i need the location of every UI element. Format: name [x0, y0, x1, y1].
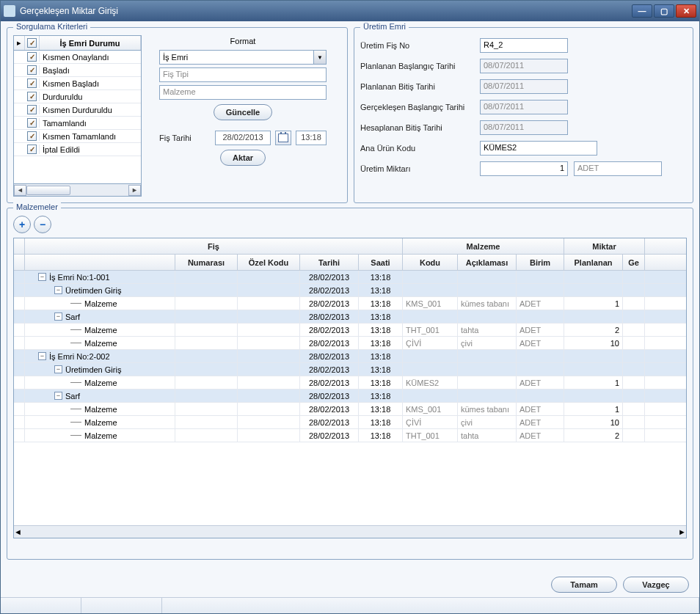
table-row[interactable]: −Üretimden Giriş28/02/201313:18	[14, 284, 686, 297]
close-button[interactable]: ✕	[676, 4, 696, 18]
status-hscroll[interactable]: ◄ ►	[13, 184, 142, 197]
miktar-input[interactable]: 1	[480, 161, 568, 176]
chevron-down-icon: ▼	[313, 51, 326, 64]
scroll-right-icon[interactable]: ►	[128, 185, 141, 196]
col-ge[interactable]: Ge	[623, 255, 645, 270]
minimize-button[interactable]: —	[632, 4, 652, 18]
tree-label: Malzeme	[84, 379, 117, 387]
grid-scroll-left-icon[interactable]: ◄	[14, 527, 22, 536]
table-row[interactable]: −Sarf28/02/201313:18	[14, 390, 686, 403]
table-row[interactable]: −Sarf28/02/201313:18	[14, 310, 686, 324]
status-row[interactable]: ✓Kısmen Onaylandı	[14, 51, 141, 64]
grid-scroll-right-icon[interactable]: ►	[678, 527, 686, 536]
table-row[interactable]: −İş Emri No:1-00128/02/201313:18	[14, 271, 686, 284]
table-row[interactable]: Malzeme28/02/201313:18THT_001tahtaADET2	[14, 429, 686, 442]
malzeme-input[interactable]: Malzeme	[159, 85, 327, 100]
table-row[interactable]: Malzeme28/02/201313:18KMS_001kümes taban…	[14, 297, 686, 310]
status-label: Başladı	[40, 66, 141, 75]
check-icon[interactable]: ✓	[27, 52, 37, 62]
tree-label: Üretimden Giriş	[65, 365, 121, 374]
expand-icon[interactable]: −	[38, 352, 46, 360]
materials-legend: Malzemeler	[13, 202, 61, 211]
miktar-label: Üretim Miktarı	[360, 164, 474, 173]
check-icon[interactable]: ✓	[27, 92, 37, 101]
status-list-panel: ▸ ✓ İş Emri Durumu ✓Kısmen Onaylandı✓Baş…	[13, 35, 142, 197]
status-label: İptal Edildi	[40, 145, 141, 154]
vazgec-button[interactable]: Vazgeç	[623, 577, 689, 593]
tree-label: Malzeme	[84, 339, 117, 348]
check-icon[interactable]: ✓	[27, 105, 37, 114]
expand-icon[interactable]: −	[54, 365, 62, 373]
remove-row-button[interactable]: −	[34, 216, 51, 233]
grid-hscroll[interactable]: ◄ ►	[14, 525, 686, 538]
check-icon[interactable]: ✓	[27, 118, 37, 128]
grid-stub-header	[14, 238, 25, 254]
tree-label: İş Emri No:1-001	[49, 273, 110, 282]
tamam-button[interactable]: Tamam	[551, 577, 617, 593]
group-miktar-header[interactable]: Miktar	[564, 238, 645, 254]
window-title: Gerçekleşen Miktar Girişi	[20, 6, 632, 16]
check-all-header[interactable]: ✓	[25, 36, 40, 50]
guncelle-button[interactable]: Güncelle	[214, 104, 272, 120]
status-row[interactable]: ✓Başladı	[14, 64, 141, 77]
materials-grid: Fiş Malzeme Miktar Numarası Özel Kodu Ta…	[13, 238, 687, 538]
format-select[interactable]: İş Emri ▼	[159, 50, 327, 65]
table-row[interactable]: −İş Emri No:2-00228/02/201313:18	[14, 350, 686, 363]
table-row[interactable]: Malzeme28/02/201313:18KMS_001kümes taban…	[14, 403, 686, 416]
table-row[interactable]: Malzeme28/02/201313:18THT_001tahtaADET2	[14, 324, 686, 337]
row-selector-header[interactable]: ▸	[14, 36, 25, 50]
gerbas-input: 08/07/2011	[480, 100, 568, 114]
miktar-unit: ADET	[574, 161, 662, 176]
status-row[interactable]: ✓İptal Edildi	[14, 143, 141, 156]
col-kodu[interactable]: Kodu	[403, 255, 458, 270]
production-order-group: Üretim Emri Üretim Fiş NoR4_2 Planlanan …	[354, 27, 693, 203]
tree-label: Malzeme	[84, 405, 117, 414]
calendar-button[interactable]	[275, 131, 291, 145]
status-row[interactable]: ✓Kısmen Başladı	[14, 77, 141, 90]
fis-tarihi-input[interactable]: 28/02/2013	[215, 131, 271, 145]
check-icon[interactable]: ✓	[27, 145, 37, 154]
aktar-button[interactable]: Aktar	[220, 150, 266, 166]
query-criteria-legend: Sorgulama Kriterleri	[13, 22, 90, 31]
col-aciklama[interactable]: Açıklaması	[458, 255, 517, 270]
check-icon[interactable]: ✓	[27, 65, 37, 75]
tree-label: İş Emri No:2-002	[49, 352, 110, 361]
check-icon[interactable]: ✓	[27, 78, 37, 88]
group-fis-header[interactable]: Fiş	[25, 238, 403, 254]
tree-label: Malzeme	[84, 418, 117, 427]
status-row[interactable]: ✓Durduruldu	[14, 90, 141, 103]
maximize-button[interactable]: ▢	[654, 4, 674, 18]
titlebar[interactable]: Gerçekleşen Miktar Girişi — ▢ ✕	[1, 1, 699, 21]
table-row[interactable]: Malzeme28/02/201313:18KÜMES2ADET1	[14, 376, 686, 390]
anakod-input[interactable]: KÜMES2	[480, 141, 597, 156]
col-birim[interactable]: Birim	[517, 255, 564, 270]
status-header-label[interactable]: İş Emri Durumu	[40, 36, 141, 50]
expand-icon[interactable]: −	[54, 392, 62, 400]
fis-saat-input[interactable]: 13:18	[296, 131, 327, 145]
col-planlanan[interactable]: Planlanan	[564, 255, 623, 270]
group-malzeme-header[interactable]: Malzeme	[403, 238, 564, 254]
col-ozel[interactable]: Özel Kodu	[238, 255, 300, 270]
table-row[interactable]: −Üretimden Giriş28/02/201313:18	[14, 363, 686, 376]
status-row[interactable]: ✓Kısmen Durduruldu	[14, 103, 141, 117]
fisno-input[interactable]: R4_2	[480, 38, 568, 53]
col-saat[interactable]: Saati	[359, 255, 403, 270]
table-row[interactable]: Malzeme28/02/201313:18ÇİVİçiviADET10	[14, 416, 686, 429]
scroll-thumb[interactable]	[26, 186, 70, 195]
status-row[interactable]: ✓Kısmen Tamamlandı	[14, 130, 141, 143]
format-label: Format	[230, 37, 256, 45]
expand-icon[interactable]: −	[54, 313, 62, 321]
status-list-header: ▸ ✓ İş Emri Durumu	[14, 36, 141, 51]
status-row[interactable]: ✓Tamamlandı	[14, 117, 141, 130]
tree-label: Sarf	[65, 392, 80, 401]
add-row-button[interactable]: +	[13, 216, 31, 233]
production-order-legend: Üretim Emri	[360, 22, 409, 31]
expand-icon[interactable]: −	[38, 273, 46, 281]
scroll-left-icon[interactable]: ◄	[14, 185, 26, 196]
col-tarih[interactable]: Tarihi	[300, 255, 359, 270]
col-numarasi[interactable]: Numarası	[175, 255, 238, 270]
check-icon[interactable]: ✓	[27, 131, 37, 141]
expand-icon[interactable]: −	[54, 286, 62, 294]
fis-tipi-input[interactable]: Fiş Tipi	[159, 67, 327, 82]
table-row[interactable]: Malzeme28/02/201313:18ÇİVİçiviADET10	[14, 337, 686, 350]
